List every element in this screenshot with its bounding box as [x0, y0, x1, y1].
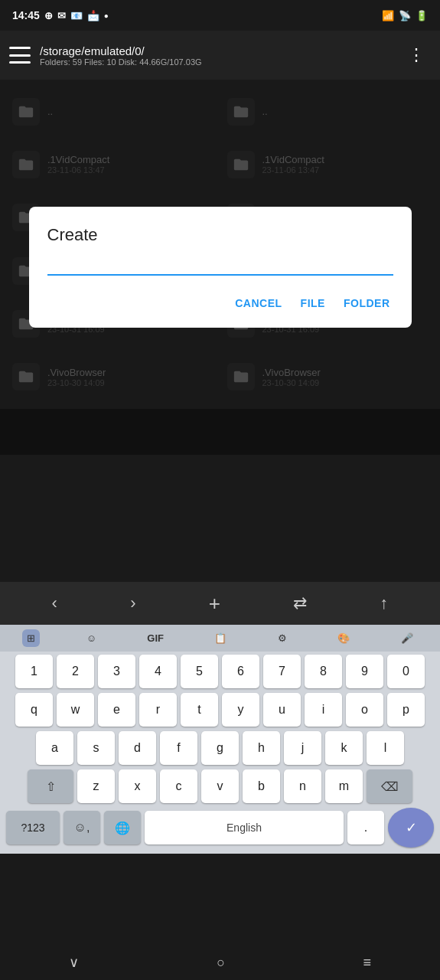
wifi-icon: 📶 [382, 10, 394, 21]
key-h[interactable]: h [243, 731, 280, 765]
key-j[interactable]: j [284, 731, 321, 765]
key-0[interactable]: 0 [387, 655, 425, 688]
key-g[interactable]: g [201, 731, 239, 765]
hamburger-menu-icon[interactable] [9, 47, 31, 64]
mic-tool-button[interactable]: 🎤 [396, 629, 418, 647]
toolbar-subtitle: Folders: 59 Files: 10 Disk: 44.66G/107.0… [40, 57, 402, 67]
status-bar: 14:45 ⊕ ✉ 📧 📩 ● 📶 📡 🔋 [0, 0, 440, 31]
key-d[interactable]: d [119, 731, 156, 765]
emoji-face-icon: ☺ [86, 632, 96, 644]
key-u[interactable]: u [263, 693, 301, 727]
forward-nav-button[interactable]: › [118, 587, 148, 619]
key-c[interactable]: c [160, 769, 197, 803]
key-q[interactable]: q [15, 693, 53, 727]
email-icon: 📧 [70, 10, 83, 21]
key-7[interactable]: 7 [263, 655, 301, 688]
nav-home-button[interactable]: ○ [201, 949, 240, 977]
key-8[interactable]: 8 [305, 655, 342, 688]
dialog-input[interactable] [47, 257, 393, 276]
key-a[interactable]: a [36, 731, 73, 765]
key-p[interactable]: p [387, 693, 425, 727]
bottom-nav: ‹ › + ⇄ ↑ [0, 582, 440, 625]
keyboard-rows: 1 2 3 4 5 6 7 8 9 0 q w e r t y u i o p … [0, 652, 440, 848]
key-i[interactable]: i [305, 693, 342, 727]
backspace-key[interactable]: ⌫ [367, 769, 412, 803]
message-icon: ✉ [57, 10, 66, 21]
key-2[interactable]: 2 [57, 655, 94, 688]
nav-down-button[interactable]: ∨ [54, 948, 94, 977]
back-nav-button[interactable]: ‹ [40, 587, 70, 619]
key-1[interactable]: 1 [15, 655, 53, 688]
keyboard-toolbar: ⊞ ☺ GIF 📋 ⚙ 🎨 🎤 [0, 625, 440, 652]
keyboard: ⊞ ☺ GIF 📋 ⚙ 🎨 🎤 1 2 3 4 5 6 7 8 [0, 625, 440, 854]
create-dialog: Create CANCEL FILE FOLDER [29, 207, 412, 328]
asdf-row: a s d f g h j k l [3, 731, 437, 765]
mic-icon: 🎤 [401, 632, 413, 644]
location-icon: ⊕ [44, 10, 53, 21]
qwerty-row: q w e r t y u i o p [3, 693, 437, 727]
enter-key[interactable]: ✓ [388, 808, 434, 848]
upload-nav-button[interactable]: ↑ [367, 587, 400, 619]
settings-tool-button[interactable]: ⚙ [273, 629, 292, 647]
key-y[interactable]: y [222, 693, 259, 727]
palette-icon: 🎨 [337, 632, 350, 644]
key-f[interactable]: f [160, 731, 197, 765]
key-t[interactable]: t [181, 693, 218, 727]
shift-key[interactable]: ⇧ [28, 769, 73, 803]
status-bar-left: 14:45 ⊕ ✉ 📧 📩 ● [12, 9, 109, 21]
key-l[interactable]: l [367, 731, 404, 765]
key-v[interactable]: v [201, 769, 239, 803]
key-r[interactable]: r [139, 693, 177, 727]
key-k[interactable]: k [325, 731, 363, 765]
status-bar-right: 📶 📡 🔋 [382, 10, 428, 21]
gif-tool-button[interactable]: GIF [142, 629, 168, 647]
key-x[interactable]: x [119, 769, 156, 803]
palette-tool-button[interactable]: 🎨 [333, 629, 354, 647]
transfer-nav-button[interactable]: ⇄ [281, 587, 319, 619]
key-4[interactable]: 4 [139, 655, 177, 688]
dialog-actions: CANCEL FILE FOLDER [47, 291, 393, 315]
notification-icon: 📩 [87, 10, 99, 21]
emoji-face-tool-button[interactable]: ☺ [82, 629, 101, 647]
grid-tool-button[interactable]: ⊞ [22, 629, 40, 647]
nav-menu-button[interactable]: ≡ [347, 949, 386, 977]
key-z[interactable]: z [77, 769, 115, 803]
globe-key[interactable]: 🌐 [104, 811, 141, 844]
clipboard-icon: 📋 [214, 632, 227, 644]
add-nav-button[interactable]: + [197, 586, 233, 622]
status-time: 14:45 [12, 9, 40, 21]
grid-icon: ⊞ [27, 632, 35, 644]
num-sym-key[interactable]: ?123 [6, 811, 60, 844]
gear-icon: ⚙ [278, 632, 287, 644]
key-w[interactable]: w [57, 693, 94, 727]
clipboard-tool-button[interactable]: 📋 [210, 629, 231, 647]
signal-icon: 📡 [399, 10, 411, 21]
app-toolbar: /storage/emulated/0/ Folders: 59 Files: … [0, 31, 440, 80]
file-button[interactable]: FILE [298, 291, 328, 315]
battery-icon: 🔋 [416, 10, 428, 21]
folder-button[interactable]: FOLDER [341, 291, 393, 315]
key-e[interactable]: e [98, 693, 135, 727]
current-path: /storage/emulated/0/ [40, 44, 402, 57]
key-3[interactable]: 3 [98, 655, 135, 688]
dot-indicator: ● [104, 11, 109, 20]
key-6[interactable]: 6 [222, 655, 259, 688]
key-5[interactable]: 5 [181, 655, 218, 688]
system-nav: ∨ ○ ≡ [0, 945, 440, 980]
key-o[interactable]: o [346, 693, 383, 727]
key-s[interactable]: s [77, 731, 115, 765]
period-key[interactable]: . [347, 811, 384, 844]
bottom-row: ?123 ☺, 🌐 English . ✓ [3, 808, 437, 848]
dialog-title: Create [47, 225, 393, 245]
space-key[interactable]: English [145, 811, 344, 844]
cancel-button[interactable]: CANCEL [232, 291, 285, 315]
key-9[interactable]: 9 [346, 655, 383, 688]
gif-label: GIF [147, 632, 164, 644]
dialog-overlay: Create CANCEL FILE FOLDER [0, 80, 440, 455]
toolbar-title-area: /storage/emulated/0/ Folders: 59 Files: … [40, 44, 402, 67]
key-m[interactable]: m [325, 769, 363, 803]
key-b[interactable]: b [243, 769, 280, 803]
more-options-icon[interactable]: ⋮ [402, 42, 431, 68]
key-n[interactable]: n [284, 769, 321, 803]
emoji-key[interactable]: ☺, [64, 811, 100, 844]
